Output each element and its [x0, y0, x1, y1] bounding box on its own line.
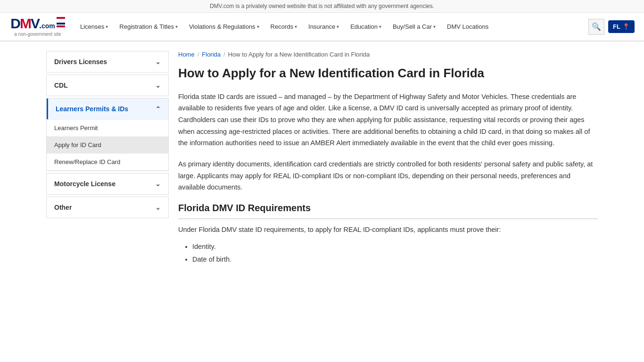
- sidebar-item-other: Other ⌄: [46, 197, 169, 218]
- logo[interactable]: DMV . com: [10, 16, 65, 31]
- sidebar-item-cdl: CDL ⌄: [46, 74, 169, 96]
- breadcrumb: Home / Florida / How to Apply for a New …: [178, 51, 598, 58]
- sidebar-sub-item-renew-replace[interactable]: Renew/Replace ID Card: [47, 154, 168, 171]
- sidebar-sub-item-apply-id-card[interactable]: Apply for ID Card: [47, 137, 168, 154]
- chevron-down-icon: ▾: [295, 24, 297, 29]
- sidebar: Drivers Licenses ⌄ CDL ⌄ Learners Permit…: [46, 51, 169, 266]
- sidebar-item-cdl-label: CDL: [54, 82, 68, 89]
- intro-paragraph-1: Florida state ID cards are issued – and …: [178, 91, 598, 149]
- breadcrumb-separator: /: [223, 51, 225, 58]
- list-item: Identity.: [192, 240, 598, 254]
- state-selector[interactable]: FL 📍: [608, 20, 635, 33]
- sidebar-item-motorcycle: Motorcycle License ⌄: [46, 173, 169, 195]
- sidebar-sub-learners: Learners Permit Apply for ID Card Renew/…: [47, 119, 168, 171]
- nav-item-records[interactable]: Records ▾: [266, 19, 302, 34]
- chevron-down-icon: ▾: [175, 24, 178, 29]
- search-icon: 🔍: [592, 22, 601, 31]
- chevron-down-icon: ▾: [106, 24, 108, 29]
- sidebar-sub-item-learners-permit[interactable]: Learners Permit: [47, 120, 168, 137]
- nav-item-education[interactable]: Education ▾: [346, 19, 386, 34]
- breadcrumb-separator: /: [198, 51, 199, 58]
- sidebar-item-other-header[interactable]: Other ⌄: [47, 197, 168, 218]
- chevron-down-icon: ▾: [337, 24, 339, 29]
- breadcrumb-florida[interactable]: Florida: [202, 51, 221, 58]
- nav-item-insurance[interactable]: Insurance ▾: [304, 19, 344, 34]
- main-layout: Drivers Licenses ⌄ CDL ⌄ Learners Permit…: [39, 41, 605, 276]
- nav-right: 🔍 FL 📍: [588, 19, 635, 35]
- sidebar-item-learners-permits: Learners Permits & IDs ⌄ Learners Permit…: [46, 98, 169, 171]
- nav-item-locations[interactable]: DMV Locations: [442, 19, 493, 34]
- state-label: FL: [613, 23, 620, 30]
- chevron-down-icon: ⌄: [155, 58, 161, 66]
- sidebar-item-drivers-licenses-label: Drivers Licenses: [54, 58, 107, 66]
- chevron-down-icon: ⌄: [155, 204, 161, 211]
- page-title: How to Apply for a New Identification Ca…: [178, 66, 598, 82]
- header: DMV . com a non-government site Licenses…: [0, 13, 644, 41]
- breadcrumb-home[interactable]: Home: [178, 51, 195, 58]
- sidebar-item-learners-permits-header[interactable]: Learners Permits & IDs ⌄: [47, 99, 168, 119]
- sidebar-item-cdl-header[interactable]: CDL ⌄: [47, 75, 168, 96]
- logo-text: DMV: [10, 16, 39, 31]
- chevron-up-icon: ⌄: [155, 105, 161, 113]
- nav-item-buysell[interactable]: Buy/Sell a Car ▾: [388, 19, 440, 34]
- chevron-down-icon: ▾: [257, 24, 259, 29]
- intro-paragraph-2: As primary identity documents, identific…: [178, 158, 598, 193]
- section1-intro: Under Florida DMV state ID requirements,…: [178, 224, 598, 236]
- sidebar-item-motorcycle-header[interactable]: Motorcycle License ⌄: [47, 173, 168, 194]
- search-button[interactable]: 🔍: [588, 19, 604, 35]
- notice-text: DMV.com is a privately owned website tha…: [210, 3, 434, 9]
- chevron-down-icon: ▾: [433, 24, 436, 29]
- chevron-down-icon: ▾: [379, 24, 381, 29]
- logo-flag: [57, 17, 65, 30]
- sidebar-item-drivers-licenses: Drivers Licenses ⌄: [46, 51, 169, 73]
- chevron-down-icon: ⌄: [155, 82, 161, 89]
- pin-icon: 📍: [622, 23, 630, 30]
- sidebar-item-drivers-licenses-header[interactable]: Drivers Licenses ⌄: [47, 51, 168, 72]
- main-nav: Licenses ▾ Registration & Titles ▾ Viola…: [75, 19, 588, 34]
- nav-item-registration[interactable]: Registration & Titles ▾: [115, 19, 182, 34]
- logo-area[interactable]: DMV . com a non-government site: [9, 16, 66, 37]
- nav-item-violations[interactable]: Violations & Regulations ▾: [184, 19, 264, 34]
- section1-title: Florida DMV ID Requirements: [178, 203, 598, 219]
- requirements-list: Identity. Date of birth.: [178, 240, 598, 266]
- chevron-down-icon: ⌄: [155, 180, 161, 188]
- list-item: Date of birth.: [192, 253, 598, 266]
- logo-tagline: a non-government site: [14, 32, 61, 37]
- sidebar-item-other-label: Other: [54, 204, 72, 211]
- sidebar-item-motorcycle-label: Motorcycle License: [54, 180, 116, 188]
- breadcrumb-current: How to Apply for a New Identification Ca…: [228, 51, 370, 58]
- nav-item-licenses[interactable]: Licenses ▾: [75, 19, 113, 34]
- sidebar-item-learners-permits-label: Learners Permits & IDs: [56, 105, 128, 113]
- content-area: Home / Florida / How to Apply for a New …: [178, 51, 598, 266]
- notice-bar: DMV.com is a privately owned website tha…: [0, 0, 644, 13]
